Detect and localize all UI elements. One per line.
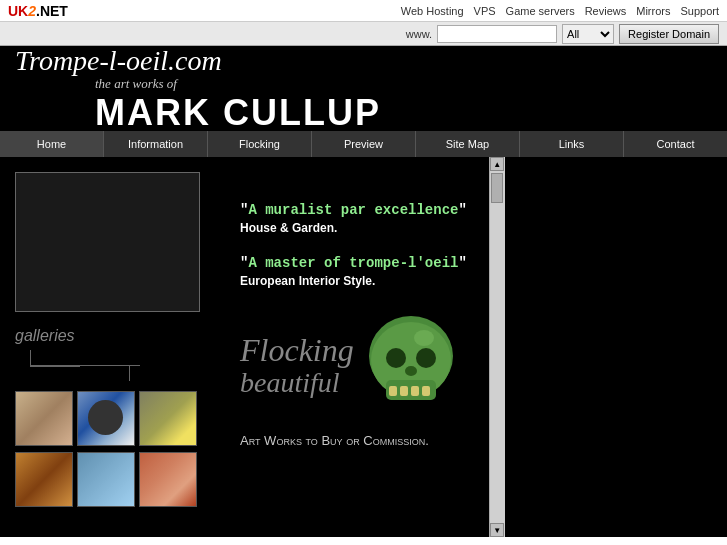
gallery-thumb-6[interactable] xyxy=(139,452,197,507)
quote-close-1: " xyxy=(458,202,466,218)
site-title: Trompe-l-oeil.com xyxy=(15,46,712,77)
flocking-title: Flocking xyxy=(240,333,354,368)
flocking-text: Flocking beautiful xyxy=(240,333,354,399)
nav-preview[interactable]: Preview xyxy=(312,131,416,157)
gallery-thumb-3[interactable] xyxy=(139,391,197,446)
domain-input[interactable] xyxy=(437,25,557,43)
nav-menu: Home Information Flocking Preview Site M… xyxy=(0,131,727,157)
bottom-text: Art Works to Buy or Commission. xyxy=(240,433,469,448)
flocking-section: Flocking beautiful xyxy=(240,308,469,423)
main-content: galleries xyxy=(0,157,489,537)
logo-uk: UK xyxy=(8,3,28,19)
gallery-thumb-4[interactable] xyxy=(15,452,73,507)
gallery-thumb-1[interactable] xyxy=(15,391,73,446)
quote-1-text: "A muralist par excellence" xyxy=(240,202,469,218)
site-header: Trompe-l-oeil.com the art works of MARK … xyxy=(0,46,727,131)
skull-image xyxy=(354,308,469,423)
nav-information[interactable]: Information xyxy=(104,131,208,157)
scrollbar: ▲ ▼ xyxy=(489,157,505,537)
svg-rect-6 xyxy=(389,386,397,396)
svg-rect-9 xyxy=(422,386,430,396)
nav-game-servers[interactable]: Game servers xyxy=(506,5,575,17)
site-title-main: MARK CULLUP xyxy=(95,92,712,134)
nav-mirrors[interactable]: Mirrors xyxy=(636,5,670,17)
content-wrapper: galleries xyxy=(0,157,727,537)
gallery-tree xyxy=(20,350,205,381)
gallery-row-2 xyxy=(15,452,205,507)
quote-1-source: House & Garden. xyxy=(240,221,469,235)
svg-point-4 xyxy=(416,348,436,368)
site-subtitle: the art works of xyxy=(95,76,712,92)
scroll-up-arrow[interactable]: ▲ xyxy=(490,157,504,171)
svg-point-3 xyxy=(386,348,406,368)
quote-1-content: A muralist par excellence xyxy=(248,202,458,218)
quote-2-source: European Interior Style. xyxy=(240,274,469,288)
top-nav: Web Hosting VPS Game servers Reviews Mir… xyxy=(401,5,719,17)
svg-rect-7 xyxy=(400,386,408,396)
top-bar: UK2.NET Web Hosting VPS Game servers Rev… xyxy=(0,0,727,22)
register-domain-button[interactable]: Register Domain xyxy=(619,24,719,44)
right-column: "A muralist par excellence" House & Gard… xyxy=(220,157,489,537)
nav-reviews[interactable]: Reviews xyxy=(585,5,627,17)
galleries-label: galleries xyxy=(15,327,205,345)
svg-point-5 xyxy=(405,366,417,376)
gallery-row-1 xyxy=(15,391,205,446)
www-label: www. xyxy=(406,28,432,40)
quote-1: "A muralist par excellence" House & Gard… xyxy=(240,202,469,235)
nav-support[interactable]: Support xyxy=(680,5,719,17)
site-logo[interactable]: UK2.NET xyxy=(8,3,68,19)
scroll-down-arrow[interactable]: ▼ xyxy=(490,523,504,537)
gallery-thumb-2[interactable] xyxy=(77,391,135,446)
quote-2-content: A master of trompe-l'oeil xyxy=(248,255,458,271)
nav-web-hosting[interactable]: Web Hosting xyxy=(401,5,464,17)
scroll-thumb[interactable] xyxy=(491,173,503,203)
quote-2: "A master of trompe-l'oeil" European Int… xyxy=(240,255,469,288)
gallery-thumb-5[interactable] xyxy=(77,452,135,507)
nav-vps[interactable]: VPS xyxy=(474,5,496,17)
logo-two: 2 xyxy=(28,3,36,19)
nav-links[interactable]: Links xyxy=(520,131,624,157)
logo-net: .NET xyxy=(36,3,68,19)
nav-contact[interactable]: Contact xyxy=(624,131,727,157)
nav-home[interactable]: Home xyxy=(0,131,104,157)
nav-flocking[interactable]: Flocking xyxy=(208,131,312,157)
nav-sitemap[interactable]: Site Map xyxy=(416,131,520,157)
flocking-subtitle: beautiful xyxy=(240,368,354,399)
left-column: galleries xyxy=(0,157,220,537)
domain-select[interactable]: All .com .net .co.uk xyxy=(562,24,614,44)
quote-2-text: "A master of trompe-l'oeil" xyxy=(240,255,469,271)
domain-bar: www. All .com .net .co.uk Register Domai… xyxy=(0,22,727,46)
svg-point-10 xyxy=(414,330,434,346)
gallery-frame xyxy=(15,172,200,312)
svg-rect-8 xyxy=(411,386,419,396)
quote-close-2: " xyxy=(458,255,466,271)
